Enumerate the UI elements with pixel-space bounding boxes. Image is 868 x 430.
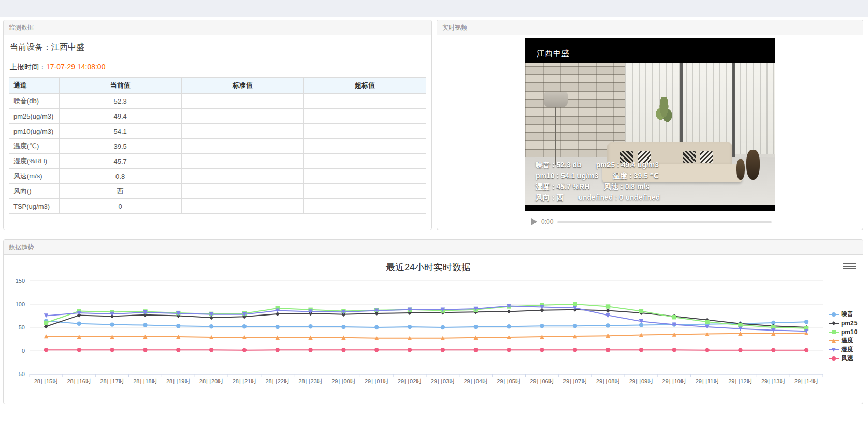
data-point-marker bbox=[606, 304, 610, 308]
monitor-panel-body: 当前设备：江西中盛 上报时间：17-07-29 14:08:00 通道当前值标准… bbox=[4, 35, 431, 214]
data-point-marker bbox=[143, 348, 147, 352]
legend-marker-icon bbox=[828, 329, 840, 335]
data-point-marker bbox=[832, 330, 836, 334]
data-point-marker bbox=[408, 348, 412, 352]
axis-label: 28日18时 bbox=[133, 378, 157, 384]
value-cell bbox=[303, 169, 426, 184]
legend-label: 温度 bbox=[841, 336, 853, 345]
channel-cell: TSP(ug/m3) bbox=[9, 199, 60, 214]
overlay-line: 风向 : 西 undefined : 0 undefined bbox=[536, 192, 660, 203]
legend-marker-icon bbox=[828, 355, 840, 362]
legend-label: pm25 bbox=[841, 320, 857, 327]
data-point-marker bbox=[44, 321, 48, 325]
value-cell: 49.4 bbox=[59, 109, 181, 124]
axis-label: 29日10时 bbox=[662, 378, 686, 384]
data-point-marker bbox=[77, 322, 81, 326]
data-point-marker bbox=[832, 312, 836, 317]
data-point-marker bbox=[474, 325, 478, 329]
data-point-marker bbox=[705, 320, 709, 324]
value-cell bbox=[181, 109, 303, 124]
channel-cell: 风速(m/s) bbox=[9, 169, 60, 184]
data-point-marker bbox=[832, 321, 836, 325]
axis-label: 29日03时 bbox=[431, 378, 455, 384]
axis-label: 28日19时 bbox=[166, 378, 190, 384]
axis-label: 28日17时 bbox=[100, 378, 124, 384]
data-point-marker bbox=[507, 324, 511, 328]
table-row: 风向()西 bbox=[9, 184, 426, 199]
monitor-panel-title: 监测数据 bbox=[4, 20, 431, 35]
data-point-marker bbox=[705, 348, 709, 352]
axis-label: 29日12时 bbox=[728, 378, 752, 384]
value-cell bbox=[181, 184, 303, 199]
trend-panel: 数据趋势 最近24小时实时数据 150100500-5028日15时28日16时… bbox=[3, 239, 863, 404]
video-panel-title: 实时视频 bbox=[437, 20, 863, 35]
data-point-marker bbox=[176, 348, 180, 352]
channel-cell: 噪音(db) bbox=[9, 94, 60, 109]
legend-item-湿度[interactable]: 湿度 bbox=[828, 345, 862, 354]
value-cell: 52.3 bbox=[59, 94, 181, 109]
data-point-marker bbox=[341, 325, 345, 329]
axis-label: 28日15时 bbox=[34, 378, 58, 384]
data-point-marker bbox=[672, 348, 676, 352]
monitor-table-header-row: 通道当前值标准值超标值 bbox=[9, 78, 426, 94]
data-point-marker bbox=[110, 348, 114, 352]
table-row: 噪音(db)52.3 bbox=[9, 94, 426, 109]
report-time-value: 17-07-29 14:08:00 bbox=[46, 63, 105, 71]
column-header: 当前值 bbox=[59, 78, 181, 94]
data-point-marker bbox=[606, 348, 610, 352]
vase-graphic bbox=[746, 150, 760, 180]
data-point-marker bbox=[242, 324, 247, 328]
legend-marker-icon bbox=[828, 311, 840, 318]
value-cell bbox=[181, 154, 303, 169]
axis-label: 29日02时 bbox=[398, 378, 422, 384]
chart-context-menu-icon[interactable] bbox=[843, 261, 856, 271]
overlay-line: pm10 : 54.1 ug/m3 温度 : 39.5 ℃ bbox=[536, 170, 660, 181]
table-row: 湿度(%RH)45.7 bbox=[9, 154, 426, 169]
current-device-label: 当前设备：江西中盛 bbox=[9, 38, 426, 58]
value-cell bbox=[303, 154, 426, 169]
axis-label: 28日22时 bbox=[266, 378, 290, 384]
vase-graphic bbox=[736, 159, 745, 180]
data-point-marker bbox=[44, 324, 48, 328]
data-point-marker bbox=[308, 348, 312, 352]
axis-label: 29日04时 bbox=[464, 378, 488, 384]
data-point-marker bbox=[573, 324, 577, 328]
data-point-marker bbox=[832, 356, 836, 361]
axis-label: 29日00时 bbox=[331, 378, 355, 384]
legend-item-pm25[interactable]: pm25 bbox=[828, 319, 862, 327]
floor-lamp-shade-graphic bbox=[544, 92, 568, 107]
legend-item-风速[interactable]: 风速 bbox=[828, 354, 862, 363]
report-time-label: 上报时间： bbox=[10, 63, 46, 71]
axis-label: 28日20时 bbox=[199, 378, 223, 384]
channel-cell: 温度(℃) bbox=[9, 139, 60, 154]
column-header: 超标值 bbox=[303, 78, 426, 94]
data-point-marker bbox=[441, 348, 445, 352]
video-player[interactable]: 江西中盛 噪音 : 52.3 db pm25 : 49.4 ug/m3 bbox=[525, 38, 775, 211]
legend-marker-icon bbox=[828, 338, 840, 344]
value-cell bbox=[181, 199, 303, 214]
axis-label: 150 bbox=[16, 278, 25, 284]
browser-top-strip bbox=[0, 0, 868, 17]
play-icon[interactable] bbox=[531, 218, 537, 225]
data-point-marker bbox=[276, 348, 280, 352]
legend-item-温度[interactable]: 温度 bbox=[828, 336, 862, 345]
axis-label: 29日09时 bbox=[629, 378, 653, 384]
legend-item-pm10[interactable]: pm10 bbox=[828, 327, 862, 336]
trend-panel-title: 数据趋势 bbox=[4, 240, 863, 255]
legend-item-噪音[interactable]: 噪音 bbox=[828, 310, 862, 319]
value-cell bbox=[303, 139, 426, 154]
legend-label: 噪音 bbox=[841, 310, 853, 319]
video-seek-bar[interactable] bbox=[557, 221, 772, 223]
video-data-overlay: 噪音 : 52.3 db pm25 : 49.4 ug/m3pm10 : 54.… bbox=[536, 160, 660, 203]
monitor-table: 通道当前值标准值超标值 噪音(db)52.3pm25(ug/m3)49.4pm1… bbox=[9, 77, 426, 214]
axis-label: 28日23时 bbox=[298, 378, 322, 384]
axis-label: 29日01时 bbox=[365, 378, 388, 384]
column-header: 通道 bbox=[9, 78, 60, 94]
value-cell: 0.8 bbox=[59, 169, 181, 184]
data-point-marker bbox=[639, 348, 643, 352]
value-cell bbox=[181, 169, 303, 184]
data-point-marker bbox=[606, 323, 610, 327]
channel-cell: pm10(ug/m3) bbox=[9, 124, 60, 139]
monitor-panel: 监测数据 当前设备：江西中盛 上报时间：17-07-29 14:08:00 通道… bbox=[3, 20, 432, 230]
series-line-噪音 bbox=[46, 321, 806, 327]
